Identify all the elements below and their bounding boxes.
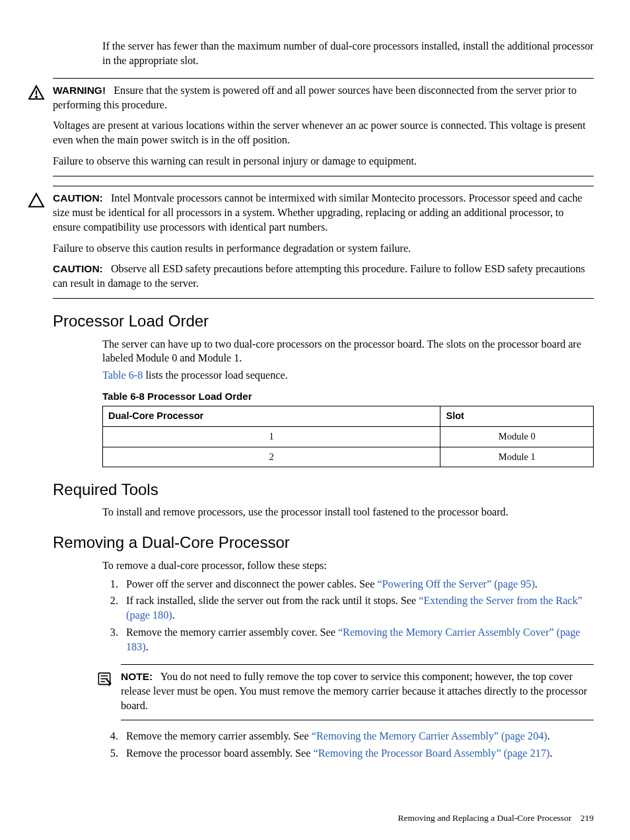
cell-slot: Module 0 [440,426,594,447]
caution-para-2: Failure to observe this caution results … [53,242,594,256]
table-row: 2 Module 1 [103,447,594,467]
footer-text: Removing and Replacing a Dual-Core Proce… [398,813,572,823]
cell-proc: 1 [103,426,440,447]
warning-label: WARNING! [53,85,106,96]
step-2: If rack installed, slide the server out … [121,594,594,623]
note-admonition: NOTE: You do not need to fully remove th… [121,664,594,721]
col-dual-core-processor: Dual-Core Processor [103,406,440,427]
col-slot: Slot [440,406,594,427]
warning-para-1: WARNING! Ensure that the system is power… [53,84,594,113]
warning-admonition: WARNING! Ensure that the system is power… [53,78,594,176]
svg-point-1 [36,96,37,97]
load-order-intro: The server can have up to two dual-core … [102,338,594,367]
caution-label-1: CAUTION: [53,192,103,204]
load-order-table-ref: Table 6-8 lists the processor load seque… [102,369,594,383]
caution-text-3: Observe all ESD safety precautions befor… [53,263,585,289]
step-4: Remove the memory carrier assembly. See … [121,730,594,744]
warning-text-1: Ensure that the system is powered off an… [53,85,577,111]
step-3-text-a: Remove the memory carrier assembly cover… [126,627,338,638]
table-caption: Table 6-8 Processor Load Order [102,390,594,403]
step-3: Remove the memory carrier assembly cover… [121,626,594,655]
step-4-text-a: Remove the memory carrier assembly. See [126,730,312,742]
removing-processor-board-link[interactable]: “Removing the Processor Board Assembly” … [314,747,550,759]
table-6-8-link[interactable]: Table 6-8 [102,369,143,381]
step-4-text-b: . [547,730,550,742]
caution-text-1: Intel Montvale processors cannot be inte… [53,192,582,233]
note-para: NOTE: You do not need to fully remove th… [121,670,594,714]
caution-para-3: CAUTION: Observe all ESD safety precauti… [53,262,594,291]
caution-admonition: CAUTION: Intel Montvale processors canno… [53,186,594,299]
caution-para-1: CAUTION: Intel Montvale processors canno… [53,192,594,235]
cell-slot: Module 1 [440,447,594,467]
note-body: You do not need to fully remove the top … [121,671,587,712]
step-5-text-b: . [549,747,552,759]
step-2-text-a: If rack installed, slide the server out … [126,595,419,607]
required-tools-body: To install and remove processors, use th… [102,506,594,520]
step-1-text-b: . [535,578,538,590]
heading-processor-load-order: Processor Load Order [53,311,594,332]
cell-proc: 2 [103,447,440,467]
removal-steps-cont: Remove the memory carrier assembly. See … [102,730,594,761]
note-label: NOTE: [121,671,153,682]
caution-icon [28,192,45,213]
load-order-ref-tail: lists the processor load sequence. [143,369,287,381]
warning-icon [28,84,45,106]
heading-required-tools: Required Tools [53,479,594,500]
caution-label-2: CAUTION: [53,263,103,274]
step-5: Remove the processor board assembly. See… [121,747,594,761]
step-1-text-a: Power off the server and disconnect the … [126,578,377,590]
table-row: 1 Module 0 [103,426,594,447]
powering-off-link[interactable]: “Powering Off the Server” (page 95) [377,578,534,590]
heading-removing-processor: Removing a Dual-Core Processor [53,532,594,553]
intro-paragraph: If the server has fewer than the maximum… [102,40,594,69]
removal-steps: Power off the server and disconnect the … [102,578,594,655]
step-3-text-b: . [146,641,149,653]
step-5-text-a: Remove the processor board assembly. See [126,747,314,759]
removing-memory-carrier-link[interactable]: “Removing the Memory Carrier Assembly” (… [312,730,547,742]
page-number: 219 [580,813,594,823]
step-2-text-b: . [172,609,175,621]
warning-para-2: Voltages are present at various location… [53,119,594,148]
processor-load-order-table: Dual-Core Processor Slot 1 Module 0 2 Mo… [102,406,594,467]
note-icon [96,670,113,692]
removing-intro: To remove a dual-core processor, follow … [102,559,594,574]
page-footer: Removing and Replacing a Dual-Core Proce… [398,812,594,824]
step-1: Power off the server and disconnect the … [121,578,594,592]
warning-para-3: Failure to observe this warning can resu… [53,155,594,169]
table-header-row: Dual-Core Processor Slot [103,406,594,427]
